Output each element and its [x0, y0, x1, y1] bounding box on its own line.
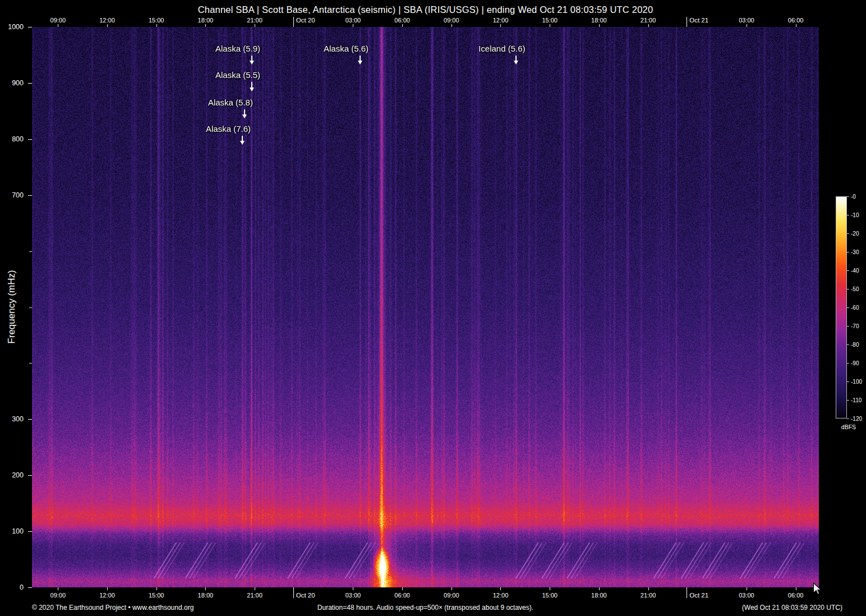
- event-arrow-head: [250, 88, 254, 91]
- time-tick-label: 09:00: [444, 592, 459, 599]
- colorbar-tick-mark: [847, 363, 849, 364]
- time-tick-label: 12:00: [493, 592, 509, 599]
- y-tick-mark: [28, 139, 32, 140]
- colorbar-unit-label: dBFS: [836, 424, 862, 430]
- colorbar-tick-mark: [847, 215, 849, 215]
- colorbar-tick-mark: [847, 400, 849, 401]
- time-tick-label: 03:00: [739, 17, 754, 24]
- colorbar-tick-label: -80: [851, 341, 859, 347]
- time-tick-label: 18:00: [591, 592, 607, 599]
- event-arrow-line: [360, 56, 361, 61]
- colorbar-tick-mark: [847, 270, 849, 271]
- event-arrow-head: [250, 61, 254, 65]
- time-tick-label: 21:00: [247, 17, 262, 24]
- event-arrow-head: [358, 61, 362, 65]
- mouse-cursor: [813, 582, 822, 596]
- time-tick-label: 18:00: [198, 592, 214, 599]
- event-label: Alaska (7.6): [206, 124, 251, 134]
- time-tick-mark: [293, 17, 294, 27]
- colorbar-tick-mark: [847, 381, 849, 382]
- time-tick-mark: [796, 587, 796, 590]
- y-tick-mark: [28, 27, 32, 27]
- time-tick-label: 12:00: [99, 592, 115, 599]
- time-tick-mark: [402, 587, 403, 590]
- event-arrow-line: [515, 56, 517, 61]
- time-tick-label: 21:00: [641, 17, 656, 24]
- y-tick-mark: [28, 419, 32, 420]
- colorbar-ticks: -0-10-20-30-40-50-60-70-80-90-100-110-12…: [847, 196, 866, 419]
- time-tick-label: 21:00: [247, 592, 262, 599]
- event-arrow-line: [242, 136, 243, 141]
- time-tick-mark: [687, 587, 687, 598]
- top-time-axis: 09:0012:0015:0018:0021:00Oct 2003:0006:0…: [32, 16, 819, 27]
- y-tick-mark: [28, 531, 32, 532]
- colorbar-tick-mark: [847, 196, 849, 197]
- colorbar-tick-mark: [847, 233, 849, 234]
- time-tick-label: 06:00: [788, 592, 804, 599]
- time-tick-mark: [500, 587, 501, 590]
- colorbar-tick-mark: [847, 252, 849, 252]
- time-tick-mark: [255, 587, 255, 590]
- colorbar-tick-label: -90: [851, 360, 859, 366]
- time-tick-mark: [648, 587, 649, 590]
- time-tick-mark: [156, 587, 157, 590]
- time-tick-label: 09:00: [444, 17, 459, 24]
- time-tick-mark: [353, 587, 353, 590]
- y-tick-mark: [28, 587, 32, 588]
- colorbar-tick-label: -120: [851, 416, 862, 422]
- time-tick-mark: [747, 587, 747, 590]
- bottom-time-axis: 09:0012:0015:0018:0021:00Oct 2003:0006:0…: [32, 587, 819, 602]
- event-arrow-head: [514, 61, 518, 65]
- footer-timestamp: (Wed Oct 21 08:03:59 2020 UTC): [742, 604, 842, 612]
- footer-duration: Duration=48 hours. Audio speed-up=500× (…: [32, 604, 819, 612]
- time-tick-label: 03:00: [346, 592, 361, 599]
- time-tick-label: 18:00: [198, 17, 214, 24]
- earthquake-annotations: Alaska (5.9)Alaska (5.5)Alaska (5.8)Alas…: [32, 27, 819, 587]
- time-tick-label: 18:00: [591, 17, 607, 24]
- time-tick-label: Oct 20: [296, 17, 315, 24]
- colorbar-tick-label: -30: [851, 249, 859, 255]
- colorbar-tick-label: -110: [851, 397, 862, 403]
- time-tick-label: 06:00: [394, 592, 410, 599]
- time-tick-label: 12:00: [99, 17, 115, 24]
- time-tick-label: 09:00: [50, 592, 66, 599]
- event-label: Iceland (5.6): [478, 44, 525, 53]
- time-tick-label: 03:00: [346, 17, 361, 24]
- figure-title: Channel SBA | Scott Base, Antarctica (se…: [32, 4, 819, 15]
- event-label: Alaska (5.9): [215, 44, 260, 53]
- colorbar-tick-label: -10: [851, 212, 859, 218]
- time-tick-label: 06:00: [788, 17, 804, 24]
- y-tick-label: 0: [20, 583, 24, 591]
- event-arrow-head: [242, 114, 247, 118]
- event-arrow-line: [251, 82, 252, 88]
- y-tick-mark: [28, 475, 32, 476]
- time-tick-label: 21:00: [641, 592, 656, 599]
- colorbar-tick-mark: [847, 307, 849, 308]
- event-arrow-line: [244, 109, 245, 114]
- colorbar-tick-label: -50: [851, 286, 859, 292]
- colorbar-tick-label: -40: [851, 267, 859, 273]
- time-tick-label: Oct 21: [689, 17, 708, 24]
- time-tick-mark: [550, 587, 550, 590]
- colorbar-tick-mark: [847, 419, 849, 419]
- colorbar-tick-label: -60: [851, 305, 859, 311]
- colorbar-tick-mark: [847, 344, 849, 345]
- y-tick-label: 200: [12, 471, 24, 479]
- time-tick-label: Oct 21: [689, 592, 708, 599]
- spectrogram-plot: Alaska (5.9)Alaska (5.5)Alaska (5.8)Alas…: [32, 27, 819, 587]
- colorbar-tick-label: -100: [851, 379, 862, 385]
- time-tick-label: 15:00: [542, 17, 558, 24]
- y-tick-label: 1000: [8, 23, 24, 31]
- time-tick-mark: [687, 17, 687, 27]
- time-tick-label: 09:00: [50, 17, 66, 24]
- y-axis: 10009008007003002001000: [0, 27, 32, 587]
- colorbar-gradient: [836, 196, 847, 419]
- colorbar-tick-mark: [847, 289, 849, 289]
- time-tick-label: 12:00: [493, 17, 509, 24]
- y-tick-label: 100: [12, 527, 24, 535]
- event-label: Alaska (5.5): [215, 70, 260, 80]
- colorbar-tick-mark: [847, 326, 849, 327]
- time-tick-label: 15:00: [542, 592, 558, 599]
- time-tick-mark: [58, 587, 58, 590]
- time-tick-label: 15:00: [149, 592, 164, 599]
